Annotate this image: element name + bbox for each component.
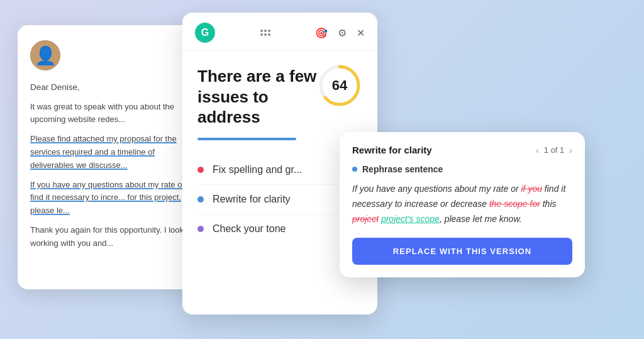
dots-icon[interactable] [260,30,270,36]
panel-icons: 🎯 ⚙ ✕ [315,27,365,39]
issue-label-clarity: Rewrite for clarity [213,194,291,205]
text-strikethrough-3: project [352,214,379,224]
rewrite-card: Rewrite for clarity ‹ 1 of 1 › Rephrase … [340,132,585,277]
issue-item-spelling[interactable]: Fix spelling and gr... [197,155,362,185]
issue-dot-purple [197,226,204,232]
text-green: project's scope [381,214,440,224]
text-before: If you have any questions about my rate … [352,184,521,194]
panel-title: There are a few issues to address [197,66,323,128]
text-middle-2: this [540,199,557,209]
rewrite-title: Rewrite for clarity [352,145,432,155]
prev-arrow-icon[interactable]: ‹ [536,145,539,155]
email-paragraph-2: Please find attached my proposal for the… [30,133,194,172]
issue-label-spelling: Fix spelling and gr... [213,164,302,175]
text-strikethrough-1: if you [521,184,542,194]
replace-button[interactable]: REPLACE WITH THIS VERSION [352,238,572,265]
close-icon[interactable]: ✕ [357,27,365,39]
email-paragraph-4: Thank you again for this opportunity. I … [30,224,194,250]
text-after: , please let me know. [440,214,522,224]
next-arrow-icon[interactable]: › [569,145,572,155]
email-paragraph-1: It was great to speak with you about the… [30,101,194,127]
email-paragraph-3: If you have any questions about my rate … [30,179,194,218]
rewrite-header: Rewrite for clarity ‹ 1 of 1 › [352,145,572,155]
nav-count: 1 of 1 [544,145,565,155]
issue-item-tone[interactable]: Check your tone [197,214,362,243]
progress-bar [197,138,296,140]
issue-list: Fix spelling and gr... Rewrite for clari… [197,155,362,243]
rephrase-label: Rephrase sentence [362,164,443,174]
rephrase-dot [352,167,357,172]
target-icon[interactable]: 🎯 [315,27,328,39]
issue-dot-blue [197,196,204,203]
issue-label-tone: Check your tone [213,223,286,235]
settings-icon[interactable]: ⚙ [338,27,347,39]
issue-dot-red [197,167,204,173]
email-card: Dear Denise, It was great to speak with … [18,25,206,289]
rewrite-sub: Rephrase sentence [352,164,572,174]
panel-header: G 🎯 ⚙ ✕ [182,13,377,51]
grammarly-logo: G [195,23,215,43]
rewrite-nav: ‹ 1 of 1 › [536,145,572,155]
rewrite-text: If you have any questions about my rate … [352,182,572,226]
score-number: 64 [332,77,347,94]
issue-item-clarity[interactable]: Rewrite for clarity [197,185,362,214]
email-greeting: Dear Denise, [30,81,194,94]
score-circle: 64 [317,63,362,108]
avatar [30,40,60,70]
text-strikethrough-2: the scope for [489,199,540,209]
